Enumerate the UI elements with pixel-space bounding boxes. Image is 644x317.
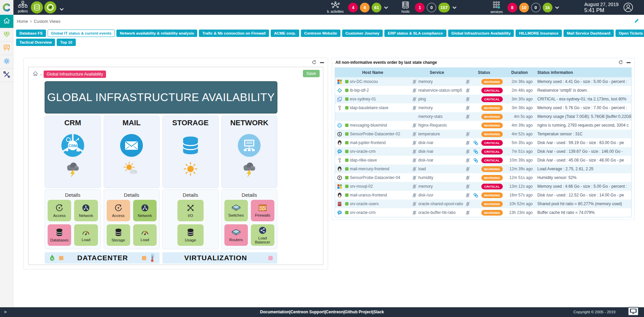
notification-muted-icon[interactable] xyxy=(410,123,418,128)
service-card-network[interactable]: NETWORK xyxy=(221,116,278,188)
host-name[interactable]: srv-oracle-users xyxy=(350,201,410,206)
notification-muted-icon[interactable] xyxy=(410,193,418,198)
host-name[interactable]: srv-mssql-02 xyxy=(350,184,410,189)
service-link-icon[interactable] xyxy=(472,149,480,154)
service-name[interactable]: humidity xyxy=(418,175,464,180)
detail-tile-access[interactable]: Access xyxy=(48,200,71,221)
status-badge-hosts-0[interactable]: 0 xyxy=(427,3,436,12)
widget-refresh-icon[interactable] xyxy=(618,60,623,66)
event-row[interactable]: srv-oracle-usersoracle-shared-spool-rati… xyxy=(335,199,631,208)
event-row[interactable]: SensorProbe-Datacenter-04humidityWARNING… xyxy=(335,173,631,182)
notification-muted-icon[interactable] xyxy=(410,175,418,180)
event-row[interactable]: ldap-baudelaire-slavememoryWARNING3m 38s… xyxy=(335,103,631,112)
service-card-mail[interactable]: MAIL xyxy=(104,116,160,188)
sidebar-item-monitoring[interactable] xyxy=(0,28,13,42)
sidebar-item-configuration[interactable] xyxy=(0,55,13,69)
host-name[interactable]: mail-jupiter-frontend xyxy=(350,140,410,145)
service-card-storage[interactable]: STORAGE xyxy=(162,116,219,188)
notification-muted-icon[interactable] xyxy=(464,97,472,102)
notification-muted-icon[interactable] xyxy=(464,79,472,84)
widget-minimize-icon[interactable] xyxy=(626,60,631,66)
notification-muted-icon[interactable] xyxy=(464,201,472,207)
footer-link-centreon[interactable]: Centreon xyxy=(326,310,343,314)
detail-tile-load[interactable]: Load xyxy=(74,224,98,246)
detail-tile-storage[interactable]: Storage xyxy=(107,224,130,246)
event-row[interactable]: mail-mercury-frontendloadWARNING12m 39s … xyxy=(335,165,631,173)
save-button[interactable]: Save xyxy=(303,70,320,77)
detail-tile-network[interactable]: Network xyxy=(74,200,98,221)
tab-global-it-status-current-events[interactable]: Global IT status & current events xyxy=(48,30,115,37)
host-name[interactable]: esx-sydney-01 xyxy=(350,97,410,101)
host-name[interactable]: SensorProbe-Datacenter-02 xyxy=(350,132,410,136)
notification-muted-icon[interactable] xyxy=(464,184,472,189)
status-badge-services-8[interactable]: 8 xyxy=(507,3,517,12)
host-name[interactable]: ldap-rilke-slave xyxy=(350,158,410,163)
service-name[interactable]: ping xyxy=(418,97,464,101)
notification-muted-icon[interactable] xyxy=(464,158,472,163)
tab-global-infrastructure-availability[interactable]: Global Infrastructure Availability xyxy=(448,30,514,37)
service-name[interactable]: memory xyxy=(418,79,464,84)
service-name[interactable]: disk-/var xyxy=(418,140,464,145)
service-name[interactable]: oracle-buffer-hit-ratio xyxy=(418,210,464,215)
host-name[interactable]: srv-DC-moscou xyxy=(350,79,410,84)
detail-tile-access[interactable]: Access xyxy=(107,200,130,221)
status-badge-services-10[interactable]: 10 xyxy=(519,3,529,12)
service-name[interactable]: oracle-shared-spool-ratio xyxy=(418,201,464,206)
service-link-icon[interactable] xyxy=(472,158,480,163)
host-name[interactable]: messaging-bluemind xyxy=(350,123,410,128)
event-row[interactable]: memory-statsWARNING4m 5s agoMemory usage… xyxy=(335,112,631,121)
notification-muted-icon[interactable] xyxy=(464,114,472,119)
service-name[interactable]: memory-stats xyxy=(418,114,464,119)
notification-muted-icon[interactable] xyxy=(410,140,418,145)
notification-muted-icon[interactable] xyxy=(410,97,418,102)
activities-icon[interactable]: b. activities xyxy=(327,1,343,13)
breadcrumb-home[interactable]: Home xyxy=(17,19,28,24)
notification-muted-icon[interactable] xyxy=(464,175,472,180)
tab-top-10[interactable]: Top 10 xyxy=(57,39,75,46)
event-row[interactable]: ldap-rilke-slavedisk-/varCRITICAL10m 39s… xyxy=(335,156,631,165)
status-badge-b-activities-61[interactable]: 61 xyxy=(372,3,381,12)
map-home-icon[interactable] xyxy=(33,71,38,78)
breadcrumb-custom-views[interactable]: Custom Views xyxy=(34,19,61,24)
detail-tile-switches[interactable]: Switches xyxy=(224,200,248,221)
service-card-crm[interactable]: CRMCRM xyxy=(45,116,101,188)
footer-link-centreon-support[interactable]: Centreon Support xyxy=(290,310,325,314)
event-row[interactable]: mail-uranus-frontenddisk-/usrWARNING16m … xyxy=(335,191,631,199)
event-row[interactable]: srv-DC-moscoumemoryWARNING2m 36s agoMemo… xyxy=(335,77,631,86)
event-row[interactable]: esx-sydney-01pingCRITICAL3m 30s agoCRITI… xyxy=(335,95,631,103)
event-row[interactable]: srv-oracle-crmoracle-buffer-hit-ratioWAR… xyxy=(335,208,631,217)
notification-muted-icon[interactable] xyxy=(464,132,472,137)
event-row[interactable]: messaging-bluemindNginx-RequestsWARNING4… xyxy=(335,121,631,130)
tab-hillmore-insurance[interactable]: HILLMORE Insurance xyxy=(516,30,562,37)
notification-muted-icon[interactable] xyxy=(410,167,418,172)
widget-minimize-icon[interactable] xyxy=(320,60,324,66)
tab-mail-service-dashboard[interactable]: Mail Service Dashboard xyxy=(564,30,614,37)
sidebar-item-home[interactable] xyxy=(0,15,13,28)
sidebar-item-reporting[interactable] xyxy=(0,42,13,55)
detail-tile-load[interactable]: Load xyxy=(133,224,157,246)
host-name[interactable]: ldap-baudelaire-slave xyxy=(350,105,410,110)
fullscreen-button[interactable] xyxy=(628,307,639,316)
status-badge-services-1k[interactable]: 1k xyxy=(543,3,552,12)
pollers-button[interactable]: pollers xyxy=(16,1,30,13)
notification-muted-icon[interactable] xyxy=(410,132,418,137)
notification-muted-icon[interactable] xyxy=(410,105,418,110)
detail-tile-network[interactable]: Network xyxy=(133,200,157,221)
host-name[interactable]: SensorProbe-Datacenter-04 xyxy=(350,175,410,180)
edit-pencil-icon[interactable] xyxy=(634,18,639,25)
host-name[interactable]: srv-oracle-crm xyxy=(350,149,410,154)
service-name[interactable]: temperature xyxy=(418,132,464,136)
service-name[interactable]: memory xyxy=(418,184,464,189)
service-name[interactable]: Nginx-Requests xyxy=(418,123,464,128)
event-row[interactable]: lb-bip-idf-2realservice-status-smtp5CRIT… xyxy=(335,86,631,95)
tab-trafic-nb-connection-on-firewall[interactable]: Trafic & Nb connection on Firewall xyxy=(199,30,269,37)
status-badge-b-activities-6[interactable]: 6 xyxy=(360,3,370,12)
service-link-icon[interactable] xyxy=(472,140,480,145)
service-name[interactable]: realservice-status-smtp5 xyxy=(418,88,464,93)
notification-muted-icon[interactable] xyxy=(410,79,418,84)
centreon-logo[interactable] xyxy=(0,0,13,15)
event-row[interactable]: mail-jupiter-frontenddisk-/varCRITICAL5m… xyxy=(335,138,631,147)
poller-latency-gauge-icon[interactable] xyxy=(44,1,56,13)
detail-tile-databases[interactable]: Databases xyxy=(48,224,71,246)
notification-muted-icon[interactable] xyxy=(410,88,418,93)
